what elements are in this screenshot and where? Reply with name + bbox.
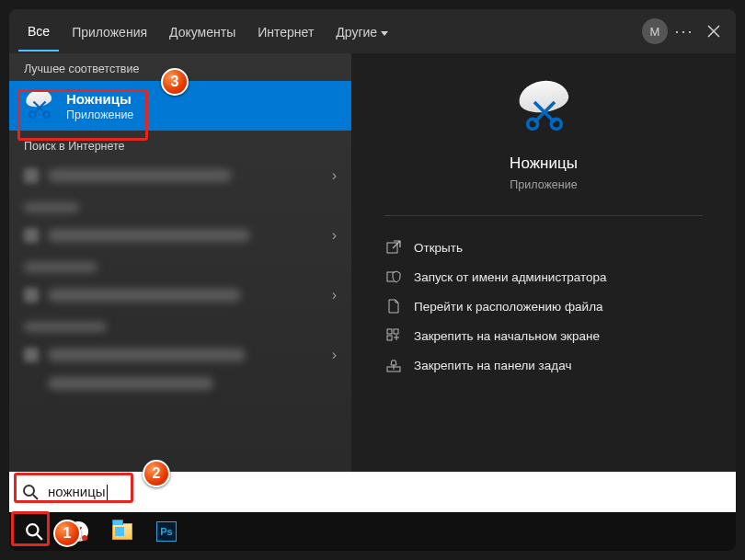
web-result[interactable]: › [9, 278, 351, 313]
tab-documents[interactable]: Документы [160, 12, 245, 51]
chevron-down-icon [381, 31, 388, 36]
action-pin-start[interactable]: Закрепить на начальном экране [384, 321, 703, 350]
svg-rect-8 [387, 336, 392, 340]
web-result[interactable]: › [9, 218, 351, 253]
best-match-subtitle: Приложение [66, 109, 133, 121]
chevron-right-icon: › [325, 227, 337, 244]
svg-rect-7 [394, 329, 398, 334]
svg-rect-4 [387, 243, 397, 253]
explorer-icon [112, 523, 132, 540]
user-avatar[interactable]: М [642, 18, 668, 44]
preview-pane: Ножницы Приложение Открыть Запуск от име… [351, 53, 736, 472]
taskbar-explorer[interactable] [101, 514, 143, 549]
web-result[interactable] [9, 372, 351, 400]
svg-point-3 [551, 119, 561, 129]
tab-internet[interactable]: Интернет [248, 12, 323, 51]
open-icon [386, 240, 401, 255]
preview-subtitle: Приложение [384, 178, 703, 191]
action-file-location[interactable]: Перейти к расположению файла [384, 291, 703, 321]
tab-apps[interactable]: Приложения [63, 12, 156, 51]
close-icon[interactable] [701, 18, 727, 44]
preview-title: Ножницы [384, 154, 703, 173]
svg-point-10 [24, 486, 34, 496]
chevron-right-icon: › [325, 287, 337, 303]
svg-point-1 [43, 111, 50, 118]
admin-icon [386, 269, 401, 284]
web-search-label: Поиск в Интернете [9, 131, 351, 158]
snipping-tool-icon [513, 81, 574, 142]
taskbar-photoshop[interactable]: Ps [145, 514, 188, 549]
taskbar: Y Ps [9, 512, 736, 551]
pin-start-icon [386, 328, 401, 343]
web-result[interactable]: › [9, 337, 351, 372]
best-match-title: Ножницы [66, 91, 133, 107]
search-bar[interactable]: ножницы [9, 472, 736, 512]
chevron-right-icon: › [325, 167, 337, 184]
file-icon [386, 299, 401, 314]
content: Лучшее соответствие Ножницы Приложение П… [9, 53, 736, 472]
web-result[interactable]: › [9, 158, 351, 193]
action-open[interactable]: Открыть [384, 233, 703, 262]
action-run-admin[interactable]: Запуск от имени администратора [384, 262, 703, 291]
more-icon[interactable]: ··· [671, 18, 697, 44]
photoshop-icon: Ps [156, 521, 177, 542]
snipping-tool-icon [24, 90, 55, 121]
badge-3: 3 [161, 68, 189, 96]
svg-point-0 [29, 111, 36, 118]
search-icon [22, 484, 39, 500]
svg-line-11 [33, 495, 38, 499]
search-window: Все Приложения Документы Интернет Другие… [9, 9, 736, 551]
svg-line-13 [37, 534, 42, 540]
svg-point-2 [528, 119, 538, 129]
svg-point-12 [27, 524, 38, 535]
badge-2: 2 [143, 460, 170, 487]
header: Все Приложения Документы Интернет Другие… [9, 9, 736, 53]
chevron-right-icon: › [325, 347, 337, 363]
action-list: Открыть Запуск от имени администратора П… [384, 216, 703, 396]
badge-1: 1 [53, 520, 81, 547]
svg-rect-6 [387, 329, 392, 334]
pin-taskbar-icon [386, 358, 401, 372]
tab-all[interactable]: Все [18, 11, 59, 51]
tab-other[interactable]: Другие [327, 12, 397, 51]
results-pane: Лучшее соответствие Ножницы Приложение П… [9, 53, 351, 472]
search-input[interactable]: ножницы [48, 484, 108, 501]
taskbar-search-button[interactable] [13, 514, 55, 549]
action-pin-taskbar[interactable]: Закрепить на панели задач [384, 350, 703, 380]
